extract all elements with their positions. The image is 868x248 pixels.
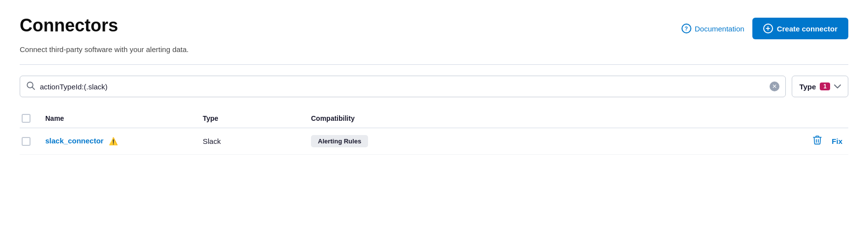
select-all-header <box>20 109 39 128</box>
col-header-type: Type <box>197 109 305 128</box>
row-checkbox-cell <box>20 128 39 155</box>
fix-label: Fix <box>832 137 842 145</box>
search-input[interactable] <box>40 83 765 91</box>
documentation-link[interactable]: ? Documentation <box>682 24 744 33</box>
connector-type: Slack <box>203 137 221 145</box>
row-actions-cell: Fix <box>477 128 848 155</box>
documentation-icon: ? <box>682 24 691 33</box>
create-connector-label: Create connector <box>777 25 837 33</box>
search-icon <box>26 81 35 92</box>
doc-icon-char: ? <box>684 26 688 31</box>
header-row: Connectors ? Documentation + Create conn… <box>20 15 848 39</box>
col-header-compatibility: Compatibility <box>305 109 477 128</box>
page-title: Connectors <box>20 15 118 36</box>
chevron-down-icon <box>834 83 841 90</box>
connectors-table: Name Type Compatibility slack_connector <box>20 109 848 155</box>
clear-search-button[interactable]: ✕ <box>770 82 779 91</box>
connector-name-link[interactable]: slack_connector <box>45 137 106 145</box>
connectors-page: Connectors ? Documentation + Create conn… <box>0 0 868 248</box>
row-type-cell: Slack <box>197 128 305 155</box>
select-all-checkbox[interactable] <box>22 114 31 123</box>
row-checkbox[interactable] <box>22 137 31 146</box>
row-compat-cell: Alerting Rules <box>305 128 477 155</box>
svg-line-1 <box>32 87 35 90</box>
connector-name: slack_connector <box>45 137 103 145</box>
search-box: ✕ <box>20 76 786 97</box>
col-header-actions <box>477 109 848 128</box>
type-filter-badge: 1 <box>820 83 830 90</box>
create-connector-button[interactable]: + Create connector <box>752 18 848 39</box>
type-filter-label: Type <box>799 83 816 91</box>
table-header-row: Name Type Compatibility <box>20 109 848 128</box>
warning-icon: ⚠️ <box>109 137 118 146</box>
row-actions: Fix <box>483 135 842 147</box>
type-filter-button[interactable]: Type 1 <box>792 76 848 97</box>
page-subtitle: Connect third-party software with your a… <box>20 45 848 54</box>
col-header-name: Name <box>39 109 197 128</box>
documentation-label: Documentation <box>695 25 744 33</box>
filter-row: ✕ Type 1 <box>20 76 848 97</box>
header-actions: ? Documentation + Create connector <box>682 18 848 39</box>
delete-button[interactable] <box>813 135 822 147</box>
table-row: slack_connector ⚠️ Slack Alerting Rules <box>20 128 848 155</box>
create-connector-icon: + <box>763 24 773 33</box>
fix-link[interactable]: Fix <box>832 137 842 145</box>
clear-icon: ✕ <box>772 83 777 90</box>
row-name-cell: slack_connector ⚠️ <box>39 128 197 155</box>
compatibility-badge: Alerting Rules <box>311 135 368 147</box>
divider <box>20 64 848 65</box>
